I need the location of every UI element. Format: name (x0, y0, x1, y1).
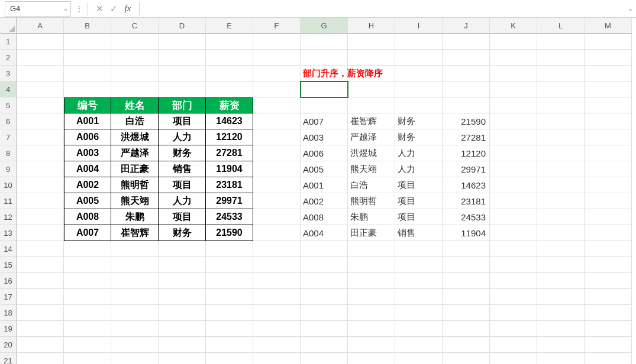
cell-M14[interactable] (585, 241, 632, 257)
cell-M16[interactable] (585, 273, 632, 289)
cell-F17[interactable] (253, 289, 301, 305)
cell-E2[interactable] (206, 50, 253, 66)
cell-E21[interactable] (206, 353, 253, 364)
cell-E20[interactable] (206, 337, 253, 353)
cell-I13[interactable]: 销售 (395, 225, 443, 241)
cell-L20[interactable] (537, 337, 585, 353)
col-header-B[interactable]: B (64, 18, 111, 34)
col-header-J[interactable]: J (443, 18, 490, 34)
cell-G2[interactable] (301, 50, 348, 66)
cell-F21[interactable] (253, 353, 301, 364)
cell-B21[interactable] (64, 353, 111, 364)
cell-C13[interactable]: 崔智辉 (111, 225, 159, 241)
cell-B18[interactable] (64, 305, 111, 321)
cell-D8[interactable]: 财务 (159, 145, 206, 161)
cell-I6[interactable]: 财务 (395, 113, 443, 129)
formula-input[interactable] (142, 1, 624, 17)
cell-E19[interactable] (206, 321, 253, 337)
cell-L15[interactable] (537, 257, 585, 273)
cell-G11[interactable]: A002 (301, 193, 348, 209)
cell-L10[interactable] (537, 177, 585, 193)
cell-L13[interactable] (537, 225, 585, 241)
cell-L14[interactable] (537, 241, 585, 257)
cell-H12[interactable]: 朱鹏 (348, 209, 395, 225)
cell-A12[interactable] (17, 209, 64, 225)
cell-B15[interactable] (64, 257, 111, 273)
cell-H17[interactable] (348, 289, 395, 305)
cell-E3[interactable] (206, 66, 253, 82)
cell-B6[interactable]: A001 (64, 113, 111, 129)
cell-L11[interactable] (537, 193, 585, 209)
cell-E17[interactable] (206, 289, 253, 305)
cell-E1[interactable] (206, 34, 253, 50)
cell-J3[interactable] (443, 66, 490, 82)
cell-H7[interactable]: 严越泽 (348, 129, 395, 145)
row-header-5[interactable]: 5 (0, 98, 17, 113)
row-header-6[interactable]: 6 (0, 113, 17, 129)
cell-E14[interactable] (206, 241, 253, 257)
cell-C1[interactable] (111, 34, 159, 50)
cell-H11[interactable]: 熊明哲 (348, 193, 395, 209)
cell-M10[interactable] (585, 177, 632, 193)
cell-C3[interactable] (111, 66, 159, 82)
cell-I9[interactable]: 人力 (395, 161, 443, 177)
cell-J21[interactable] (443, 353, 490, 364)
cell-C21[interactable] (111, 353, 159, 364)
cell-M6[interactable] (585, 113, 632, 129)
cell-D21[interactable] (159, 353, 206, 364)
row-header-13[interactable]: 13 (0, 225, 17, 241)
cell-B9[interactable]: A004 (64, 161, 111, 177)
cell-F9[interactable] (253, 161, 301, 177)
cell-H21[interactable] (348, 353, 395, 364)
row-header-11[interactable]: 11 (0, 193, 17, 209)
cell-J17[interactable] (443, 289, 490, 305)
cell-G15[interactable] (301, 257, 348, 273)
cell-H6[interactable]: 崔智辉 (348, 113, 395, 129)
row-header-18[interactable]: 18 (0, 305, 17, 321)
row-header-10[interactable]: 10 (0, 177, 17, 193)
row-header-12[interactable]: 12 (0, 209, 17, 225)
row-header-9[interactable]: 9 (0, 161, 17, 177)
cell-I21[interactable] (395, 353, 443, 364)
cell-K5[interactable] (490, 98, 537, 113)
cell-J5[interactable] (443, 98, 490, 113)
cell-E15[interactable] (206, 257, 253, 273)
cell-D20[interactable] (159, 337, 206, 353)
cell-B17[interactable] (64, 289, 111, 305)
cell-L17[interactable] (537, 289, 585, 305)
cell-L8[interactable] (537, 145, 585, 161)
cell-I15[interactable] (395, 257, 443, 273)
cell-C12[interactable]: 朱鹏 (111, 209, 159, 225)
cell-F1[interactable] (253, 34, 301, 50)
cell-H13[interactable]: 田正豪 (348, 225, 395, 241)
cell-C7[interactable]: 洪煜城 (111, 129, 159, 145)
cell-D12[interactable]: 项目 (159, 209, 206, 225)
cell-G10[interactable]: A001 (301, 177, 348, 193)
col-header-H[interactable]: H (348, 18, 395, 34)
col-header-F[interactable]: F (253, 18, 301, 34)
cell-K2[interactable] (490, 50, 537, 66)
cell-I11[interactable]: 项目 (395, 193, 443, 209)
cell-L12[interactable] (537, 209, 585, 225)
cell-I16[interactable] (395, 273, 443, 289)
cell-B10[interactable]: A002 (64, 177, 111, 193)
col-header-E[interactable]: E (206, 18, 253, 34)
cell-F19[interactable] (253, 321, 301, 337)
cell-K21[interactable] (490, 353, 537, 364)
cell-C14[interactable] (111, 241, 159, 257)
cell-E12[interactable]: 24533 (206, 209, 253, 225)
cell-G14[interactable] (301, 241, 348, 257)
cell-L7[interactable] (537, 129, 585, 145)
cell-G18[interactable] (301, 305, 348, 321)
cell-J6[interactable]: 21590 (443, 113, 490, 129)
row-header-4[interactable]: 4 (0, 82, 17, 98)
cell-K6[interactable] (490, 113, 537, 129)
cell-H5[interactable] (348, 98, 395, 113)
cell-B14[interactable] (64, 241, 111, 257)
cell-C16[interactable] (111, 273, 159, 289)
cell-K17[interactable] (490, 289, 537, 305)
cell-J15[interactable] (443, 257, 490, 273)
cell-A16[interactable] (17, 273, 64, 289)
cell-G19[interactable] (301, 321, 348, 337)
cell-L18[interactable] (537, 305, 585, 321)
